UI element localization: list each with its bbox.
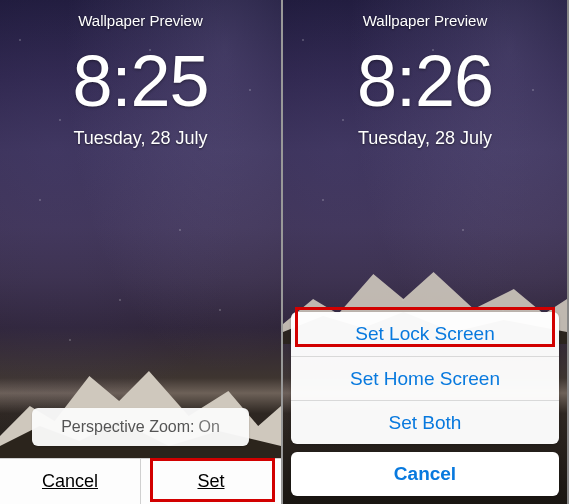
right-screen: Wallpaper Preview 8:26 Tuesday, 28 July … [283,0,567,504]
perspective-zoom-toggle[interactable]: Perspective Zoom: On [32,408,249,446]
clock-date: Tuesday, 28 July [0,128,281,149]
header-title: Wallpaper Preview [283,12,567,29]
perspective-zoom-value: On [199,418,220,436]
cancel-button[interactable]: Cancel [291,452,559,496]
cancel-button[interactable]: Cancel [0,459,140,504]
set-button[interactable]: Set [141,459,281,504]
action-sheet: Set Lock Screen Set Home Screen Set Both… [291,312,559,496]
mountain-art [0,346,281,466]
header-title: Wallpaper Preview [0,12,281,29]
set-both-button[interactable]: Set Both [291,400,559,444]
bottom-toolbar: Cancel Set [0,458,281,504]
set-home-screen-button[interactable]: Set Home Screen [291,356,559,400]
left-screen: Wallpaper Preview 8:25 Tuesday, 28 July … [0,0,283,504]
action-sheet-group: Set Lock Screen Set Home Screen Set Both [291,312,559,444]
clock-date: Tuesday, 28 July [283,128,567,149]
perspective-zoom-label: Perspective Zoom: [61,418,194,436]
clock-time: 8:25 [0,40,281,122]
set-lock-screen-button[interactable]: Set Lock Screen [291,312,559,356]
clock-time: 8:26 [283,40,567,122]
